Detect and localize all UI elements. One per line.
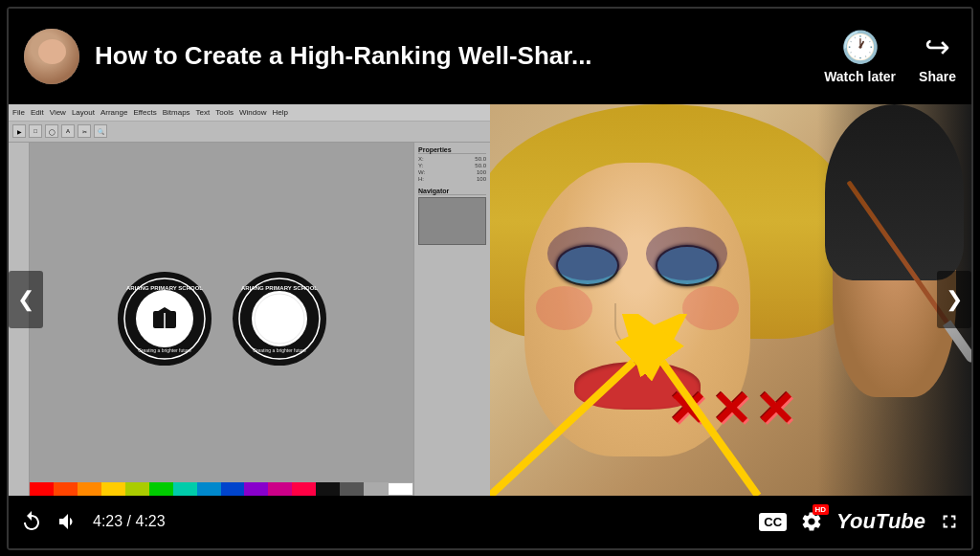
nav-left-icon: ❮ xyxy=(17,287,34,312)
x-mark-2: ✕ xyxy=(711,386,751,434)
menu-edit: Edit xyxy=(31,108,44,117)
menu-file: File xyxy=(12,108,25,117)
nose xyxy=(614,303,659,347)
color-light-gray xyxy=(364,482,388,496)
color-dark-blue xyxy=(221,482,245,496)
time-display: 4:23 / 4:23 xyxy=(93,513,166,530)
color-yellow-green xyxy=(125,482,149,496)
corel-color-strip xyxy=(30,482,413,496)
video-area[interactable]: ❮ File Edit View Layout Arrange Effects … xyxy=(9,104,971,496)
menu-text: Text xyxy=(196,108,211,117)
watch-later-button[interactable]: 🕐 Watch later xyxy=(824,29,896,84)
panel-row-y: Y:50.0 xyxy=(418,163,486,168)
makeup-background: ✕ ✕ ✕ xyxy=(490,104,971,496)
hd-badge: HD xyxy=(813,504,830,515)
panel-row-w: W:100 xyxy=(418,169,486,175)
eye-shadow-right xyxy=(646,227,727,279)
share-button[interactable]: ↪ Share xyxy=(919,29,956,84)
blush-right xyxy=(682,286,739,330)
menu-arrange: Arrange xyxy=(100,108,127,117)
svg-text:ARIANG PRIMARY SCHOOL: ARIANG PRIMARY SCHOOL xyxy=(240,285,317,291)
color-magenta xyxy=(268,482,292,496)
fullscreen-button[interactable] xyxy=(939,511,960,532)
next-button[interactable]: ❯ xyxy=(937,271,971,328)
color-orange-red xyxy=(54,482,78,496)
menu-bitmaps: Bitmaps xyxy=(163,108,190,117)
color-red xyxy=(30,482,54,496)
volume-icon xyxy=(56,510,79,533)
svg-text:Creating a brighter future: Creating a brighter future xyxy=(253,347,306,353)
nav-right-icon: ❯ xyxy=(946,287,963,312)
watch-later-icon: 🕐 xyxy=(841,29,880,65)
eye-shadow-left xyxy=(547,227,629,279)
avatar-image xyxy=(24,29,79,84)
video-player: How to Create a High-Ranking Well-Shar..… xyxy=(7,7,973,550)
fullscreen-icon xyxy=(939,511,960,532)
replay-icon xyxy=(20,510,43,533)
color-green xyxy=(149,482,173,496)
menu-window: Window xyxy=(239,108,266,117)
menu-layout: Layout xyxy=(72,108,95,117)
thumbnails-row: File Edit View Layout Arrange Effects Bi… xyxy=(9,104,971,496)
corel-canvas-area: ARIANG PRIMARY SCHOOL Creating a brighte… xyxy=(9,143,490,496)
panel-title: Properties xyxy=(418,146,486,154)
logo-filled-container: ARIANG PRIMARY SCHOOL Creating a brighte… xyxy=(117,271,212,367)
tool-btn: A xyxy=(61,124,75,138)
color-pink xyxy=(292,482,316,496)
x-mark-3: ✕ xyxy=(755,386,795,434)
x-marks-overlay: ✕ ✕ ✕ xyxy=(611,354,852,464)
volume-button[interactable] xyxy=(56,510,79,533)
color-white xyxy=(388,482,413,496)
thumbnail-right: ✕ ✕ ✕ xyxy=(490,104,971,496)
youtube-logo[interactable]: YouTube xyxy=(836,509,925,534)
share-label: Share xyxy=(919,69,956,84)
menu-effects: Effects xyxy=(133,108,156,117)
controls-bar: 4:23 / 4:23 CC HD YouTube xyxy=(9,496,971,548)
panel-section-properties: Properties X:50.0 Y:50.0 W:100 H:100 xyxy=(418,146,486,182)
corel-right-panel: Properties X:50.0 Y:50.0 W:100 H:100 Nav… xyxy=(413,143,490,496)
top-actions: 🕐 Watch later ↪ Share xyxy=(824,29,956,84)
corel-toolbar: ▶ □ ◯ A ✂ 🔍 xyxy=(9,122,490,143)
tool-btn: □ xyxy=(29,124,42,138)
watch-later-label: Watch later xyxy=(824,69,896,84)
panel-nav-title: Navigator xyxy=(418,188,486,195)
logo-outline-container: ARIANG PRIMARY SCHOOL Creating a brighte… xyxy=(232,271,327,367)
svg-text:ARIANG PRIMARY SCHOOL: ARIANG PRIMARY SCHOOL xyxy=(125,285,202,291)
color-black xyxy=(316,482,340,496)
svg-text:Creating a brighter future: Creating a brighter future xyxy=(138,347,191,353)
tool-btn: 🔍 xyxy=(94,124,107,138)
video-title: How to Create a High-Ranking Well-Shar..… xyxy=(95,41,805,71)
blush-left xyxy=(536,286,592,330)
prev-button[interactable]: ❮ xyxy=(9,271,43,328)
share-icon: ↪ xyxy=(924,29,950,65)
tool-btn: ▶ xyxy=(12,124,26,138)
tool-btn: ◯ xyxy=(45,124,58,138)
x-mark-1: ✕ xyxy=(667,386,707,434)
avatar xyxy=(24,29,79,84)
color-purple xyxy=(244,482,268,496)
school-logo-filled: ARIANG PRIMARY SCHOOL Creating a brighte… xyxy=(117,271,212,367)
corel-menubar: File Edit View Layout Arrange Effects Bi… xyxy=(9,104,490,122)
menu-view: View xyxy=(50,108,66,117)
color-gray xyxy=(340,482,364,496)
color-yellow xyxy=(101,482,125,496)
corel-main-canvas: ARIANG PRIMARY SCHOOL Creating a brighte… xyxy=(30,143,413,496)
color-teal xyxy=(173,482,197,496)
panel-row-x: X:50.0 xyxy=(418,156,486,162)
thumbnail-left: File Edit View Layout Arrange Effects Bi… xyxy=(9,104,490,496)
corel-screen: File Edit View Layout Arrange Effects Bi… xyxy=(9,104,490,496)
top-bar: How to Create a High-Ranking Well-Shar..… xyxy=(9,9,971,104)
settings-button[interactable]: HD xyxy=(800,510,823,533)
school-logo-outline: ARIANG PRIMARY SCHOOL Creating a brighte… xyxy=(232,271,327,367)
color-orange xyxy=(78,482,101,496)
color-blue xyxy=(197,482,221,496)
menu-help: Help xyxy=(272,108,287,117)
cc-button[interactable]: CC xyxy=(759,513,787,531)
navigator-preview xyxy=(418,197,486,245)
replay-button[interactable] xyxy=(20,510,43,533)
svg-point-11 xyxy=(255,294,304,344)
panel-section-navigator: Navigator xyxy=(418,188,486,245)
tool-btn: ✂ xyxy=(78,124,91,138)
panel-row-h: H:100 xyxy=(418,176,486,182)
menu-tools: Tools xyxy=(215,108,234,117)
